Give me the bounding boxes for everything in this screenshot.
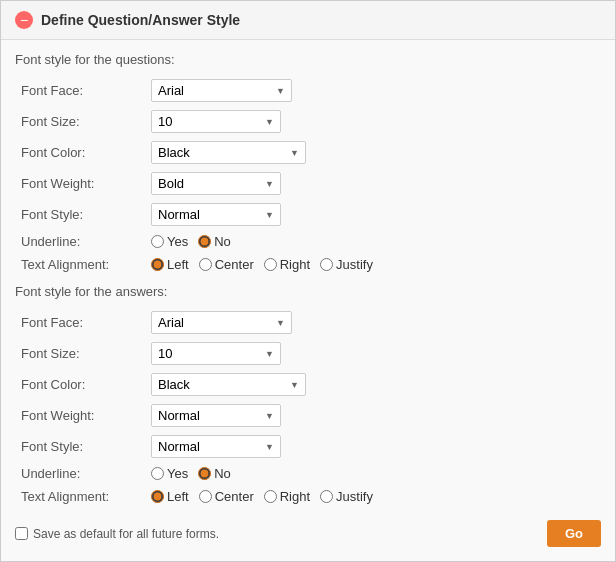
a-align-left-text: Left bbox=[167, 489, 189, 504]
answers-section-label: Font style for the answers: bbox=[15, 284, 601, 299]
q-alignment-row: Text Alignment: Left Center bbox=[15, 253, 601, 276]
a-align-left-radio[interactable] bbox=[151, 490, 164, 503]
q-font-face-row: Font Face: Arial Times New Roman Helveti… bbox=[15, 75, 601, 106]
q-font-color-label: Font Color: bbox=[15, 137, 145, 168]
a-align-justify-text: Justify bbox=[336, 489, 373, 504]
a-font-weight-cell: Normal Bold Light bbox=[145, 400, 601, 431]
a-align-center-radio[interactable] bbox=[199, 490, 212, 503]
a-font-style-cell: Normal Italic Oblique bbox=[145, 431, 601, 462]
q-align-left-radio[interactable] bbox=[151, 258, 164, 271]
q-underline-yes-text: Yes bbox=[167, 234, 188, 249]
collapse-icon: − bbox=[20, 13, 28, 27]
a-font-size-wrapper: 8 9 10 11 12 bbox=[151, 342, 281, 365]
a-font-weight-wrapper: Normal Bold Light bbox=[151, 404, 281, 427]
a-underline-row: Underline: Yes No bbox=[15, 462, 601, 485]
save-default-checkbox[interactable] bbox=[15, 527, 28, 540]
q-align-left-label[interactable]: Left bbox=[151, 257, 189, 272]
go-button[interactable]: Go bbox=[547, 520, 601, 547]
q-font-size-cell: 8 9 10 11 12 bbox=[145, 106, 601, 137]
a-font-style-row: Font Style: Normal Italic Oblique bbox=[15, 431, 601, 462]
main-panel: − Define Question/Answer Style Font styl… bbox=[0, 0, 616, 562]
q-font-color-wrapper: Black Red Blue Green bbox=[151, 141, 306, 164]
a-font-color-label: Font Color: bbox=[15, 369, 145, 400]
q-alignment-group: Left Center Right Justify bbox=[151, 257, 595, 272]
q-font-size-label: Font Size: bbox=[15, 106, 145, 137]
a-align-justify-radio[interactable] bbox=[320, 490, 333, 503]
q-font-weight-label: Font Weight: bbox=[15, 168, 145, 199]
a-font-face-wrapper: Arial Times New Roman Helvetica Courier bbox=[151, 311, 292, 334]
q-align-center-text: Center bbox=[215, 257, 254, 272]
panel-header: − Define Question/Answer Style bbox=[1, 1, 615, 40]
q-font-style-select[interactable]: Normal Italic Oblique bbox=[151, 203, 281, 226]
q-underline-cell: Yes No bbox=[145, 230, 601, 253]
a-alignment-label: Text Alignment: bbox=[15, 485, 145, 508]
a-align-left-label[interactable]: Left bbox=[151, 489, 189, 504]
a-font-face-cell: Arial Times New Roman Helvetica Courier bbox=[145, 307, 601, 338]
a-font-weight-select[interactable]: Normal Bold Light bbox=[151, 404, 281, 427]
a-underline-yes-radio[interactable] bbox=[151, 467, 164, 480]
panel-body: Font style for the questions: Font Face:… bbox=[1, 40, 615, 561]
a-underline-no-radio[interactable] bbox=[198, 467, 211, 480]
save-default-label[interactable]: Save as default for all future forms. bbox=[15, 527, 219, 541]
a-font-color-select[interactable]: Black Red Blue Green bbox=[151, 373, 306, 396]
save-default-text: Save as default for all future forms. bbox=[33, 527, 219, 541]
q-align-justify-label[interactable]: Justify bbox=[320, 257, 373, 272]
q-font-size-wrapper: 8 9 10 11 12 bbox=[151, 110, 281, 133]
a-align-right-radio[interactable] bbox=[264, 490, 277, 503]
q-align-right-text: Right bbox=[280, 257, 310, 272]
a-underline-no-label[interactable]: No bbox=[198, 466, 231, 481]
questions-section-label: Font style for the questions: bbox=[15, 52, 601, 67]
q-font-style-row: Font Style: Normal Italic Oblique bbox=[15, 199, 601, 230]
a-font-size-row: Font Size: 8 9 10 11 12 bbox=[15, 338, 601, 369]
a-align-right-text: Right bbox=[280, 489, 310, 504]
q-font-face-select[interactable]: Arial Times New Roman Helvetica Courier bbox=[151, 79, 292, 102]
q-underline-yes-radio[interactable] bbox=[151, 235, 164, 248]
panel-title: Define Question/Answer Style bbox=[41, 12, 240, 28]
q-underline-no-text: No bbox=[214, 234, 231, 249]
q-underline-yes-label[interactable]: Yes bbox=[151, 234, 188, 249]
q-font-face-wrapper: Arial Times New Roman Helvetica Courier bbox=[151, 79, 292, 102]
a-font-size-label: Font Size: bbox=[15, 338, 145, 369]
q-font-weight-wrapper: Bold Normal Light bbox=[151, 172, 281, 195]
a-font-style-select[interactable]: Normal Italic Oblique bbox=[151, 435, 281, 458]
q-font-style-cell: Normal Italic Oblique bbox=[145, 199, 601, 230]
q-font-color-cell: Black Red Blue Green bbox=[145, 137, 601, 168]
a-underline-yes-label[interactable]: Yes bbox=[151, 466, 188, 481]
q-font-weight-row: Font Weight: Bold Normal Light bbox=[15, 168, 601, 199]
q-underline-no-label[interactable]: No bbox=[198, 234, 231, 249]
a-font-face-row: Font Face: Arial Times New Roman Helveti… bbox=[15, 307, 601, 338]
q-font-color-select[interactable]: Black Red Blue Green bbox=[151, 141, 306, 164]
q-font-size-select[interactable]: 8 9 10 11 12 bbox=[151, 110, 281, 133]
q-align-left-text: Left bbox=[167, 257, 189, 272]
q-underline-group: Yes No bbox=[151, 234, 595, 249]
q-align-center-radio[interactable] bbox=[199, 258, 212, 271]
q-font-weight-cell: Bold Normal Light bbox=[145, 168, 601, 199]
a-underline-yes-text: Yes bbox=[167, 466, 188, 481]
a-align-right-label[interactable]: Right bbox=[264, 489, 310, 504]
a-align-justify-label[interactable]: Justify bbox=[320, 489, 373, 504]
q-align-justify-radio[interactable] bbox=[320, 258, 333, 271]
a-underline-cell: Yes No bbox=[145, 462, 601, 485]
q-font-color-row: Font Color: Black Red Blue Green bbox=[15, 137, 601, 168]
q-underline-label: Underline: bbox=[15, 230, 145, 253]
q-align-right-label[interactable]: Right bbox=[264, 257, 310, 272]
q-alignment-cell: Left Center Right Justify bbox=[145, 253, 601, 276]
q-align-center-label[interactable]: Center bbox=[199, 257, 254, 272]
a-font-style-label: Font Style: bbox=[15, 431, 145, 462]
a-font-size-select[interactable]: 8 9 10 11 12 bbox=[151, 342, 281, 365]
a-font-weight-label: Font Weight: bbox=[15, 400, 145, 431]
q-font-size-row: Font Size: 8 9 10 11 12 bbox=[15, 106, 601, 137]
q-font-face-cell: Arial Times New Roman Helvetica Courier bbox=[145, 75, 601, 106]
a-font-face-select[interactable]: Arial Times New Roman Helvetica Courier bbox=[151, 311, 292, 334]
a-font-weight-row: Font Weight: Normal Bold Light bbox=[15, 400, 601, 431]
a-alignment-group: Left Center Right Justify bbox=[151, 489, 595, 504]
a-font-color-cell: Black Red Blue Green bbox=[145, 369, 601, 400]
q-font-style-label: Font Style: bbox=[15, 199, 145, 230]
q-font-weight-select[interactable]: Bold Normal Light bbox=[151, 172, 281, 195]
q-align-right-radio[interactable] bbox=[264, 258, 277, 271]
a-align-center-label[interactable]: Center bbox=[199, 489, 254, 504]
a-font-color-row: Font Color: Black Red Blue Green bbox=[15, 369, 601, 400]
a-font-style-wrapper: Normal Italic Oblique bbox=[151, 435, 281, 458]
q-underline-no-radio[interactable] bbox=[198, 235, 211, 248]
collapse-button[interactable]: − bbox=[15, 11, 33, 29]
